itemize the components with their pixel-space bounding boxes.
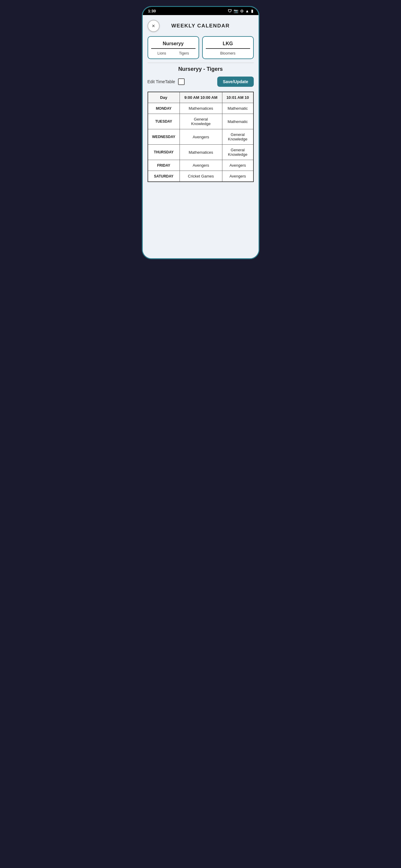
close-button[interactable]: × xyxy=(147,20,160,32)
divider xyxy=(147,63,254,63)
tab-nursery-subtitles: Lions Tigers xyxy=(151,51,196,56)
cell-slot2-2: General Knowledge xyxy=(222,129,253,145)
shield-icon: 🛡 xyxy=(228,9,232,13)
header-row: × WEEKLY CALENDAR xyxy=(147,20,254,32)
edit-timetable-checkbox[interactable] xyxy=(178,79,185,85)
app-content: × WEEKLY CALENDAR Nurseryy Lions Tigers … xyxy=(143,15,259,258)
page-title: WEEKLY CALENDAR xyxy=(160,23,254,29)
cell-slot2-0: Mathematic xyxy=(222,103,253,114)
table-row: MONDAYMathematicesMathematic xyxy=(148,103,254,114)
wifi-icon: ▲ xyxy=(245,9,249,13)
timetable: Day 9:00 AM 10:00 AM 10:01 AM 10 MONDAYM… xyxy=(147,92,254,182)
selected-class-label: Nurseryy - Tigers xyxy=(147,66,254,72)
face-id-icon: ⊙ xyxy=(240,9,244,13)
cell-day-friday: FRIDAY xyxy=(148,160,180,171)
tab-lkg-sub-bloomers[interactable]: Bloomers xyxy=(220,51,236,56)
battery-icon: ▮ xyxy=(251,9,253,13)
cell-day-tuesday: TUESDAY xyxy=(148,114,180,129)
tab-nursery-title: Nurseryy xyxy=(151,41,196,49)
col-header-slot2: 10:01 AM 10 xyxy=(222,92,253,103)
cell-slot1-0: Mathematices xyxy=(179,103,222,114)
tab-nursery-sub-tigers[interactable]: Tigers xyxy=(179,51,189,56)
cell-slot1-5: Cricket Games xyxy=(179,171,222,182)
cell-slot2-5: Avengers xyxy=(222,171,253,182)
close-icon: × xyxy=(152,23,155,29)
camera-icon: 📷 xyxy=(233,9,238,13)
edit-row: Edit TimeTable Save/Update xyxy=(147,76,254,87)
col-header-day: Day xyxy=(148,92,180,103)
cell-slot1-2: Avengers xyxy=(179,129,222,145)
cell-slot1-3: Mathematices xyxy=(179,145,222,160)
edit-timetable-label: Edit TimeTable xyxy=(147,79,175,84)
status-icons: 🛡 📷 ⊙ ▲ ▮ xyxy=(228,9,253,13)
tab-nursery-sub-lions[interactable]: Lions xyxy=(157,51,166,56)
table-row: FRIDAYAvengersAvengers xyxy=(148,160,254,171)
cell-day-monday: MONDAY xyxy=(148,103,180,114)
tabs-row: Nurseryy Lions Tigers LKG Bloomers xyxy=(147,36,254,59)
save-update-button[interactable]: Save/Update xyxy=(217,76,254,87)
time-display: 1:30 xyxy=(148,9,156,13)
table-row: SATURDAYCricket GamesAvengers xyxy=(148,171,254,182)
cell-slot1-4: Avengers xyxy=(179,160,222,171)
cell-day-thursday: THURSDAY xyxy=(148,145,180,160)
tab-lkg-title: LKG xyxy=(206,41,250,49)
col-header-slot1: 9:00 AM 10:00 AM xyxy=(179,92,222,103)
cell-slot2-3: General Knowledge xyxy=(222,145,253,160)
phone-frame: 1:30 🛡 📷 ⊙ ▲ ▮ × WEEKLY CALENDAR Nursery… xyxy=(142,6,259,259)
cell-slot2-1: Mathematic xyxy=(222,114,253,129)
table-row: THURSDAYMathematicesGeneral Knowledge xyxy=(148,145,254,160)
cell-slot1-1: General Knowledge xyxy=(179,114,222,129)
cell-day-saturday: SATURDAY xyxy=(148,171,180,182)
tab-lkg[interactable]: LKG Bloomers xyxy=(202,36,254,59)
cell-day-wednesday: WEDNESDAY xyxy=(148,129,180,145)
tab-lkg-subtitles: Bloomers xyxy=(206,51,250,56)
table-row: TUESDAYGeneral KnowledgeMathematic xyxy=(148,114,254,129)
status-bar: 1:30 🛡 📷 ⊙ ▲ ▮ xyxy=(143,7,259,15)
table-row: WEDNESDAYAvengersGeneral Knowledge xyxy=(148,129,254,145)
cell-slot2-4: Avengers xyxy=(222,160,253,171)
tab-nursery[interactable]: Nurseryy Lions Tigers xyxy=(147,36,199,59)
